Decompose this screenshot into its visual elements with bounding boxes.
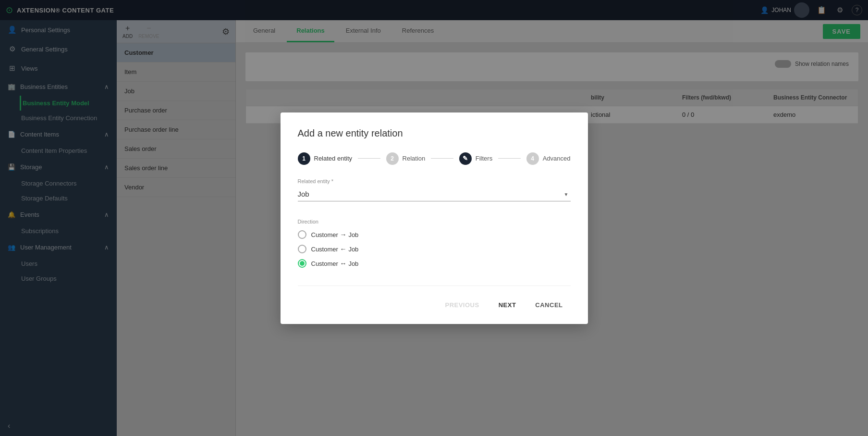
direction-backward-text: Customer ← Job — [311, 245, 359, 253]
step-circle-3: ✎ — [459, 152, 472, 165]
step-related-entity: 1 Related entity — [298, 152, 353, 165]
dialog-stepper: 1 Related entity 2 Relation ✎ Filters — [298, 152, 571, 165]
direction-backward-option[interactable]: Customer ← Job — [298, 245, 571, 253]
step-connector — [498, 158, 521, 159]
step-filters: ✎ Filters — [459, 152, 492, 165]
radio-bidirectional[interactable] — [298, 259, 306, 268]
direction-bidirectional-option[interactable]: Customer ↔ Job — [298, 259, 571, 268]
direction-forward-option[interactable]: Customer → Job — [298, 230, 571, 239]
step-relation: 2 Relation — [386, 152, 426, 165]
forward-arrow-icon: → — [340, 231, 348, 238]
dialog-footer: PREVIOUS NEXT CANCEL — [298, 286, 571, 312]
add-entity-relation-dialog: Add a new entity relation 1 Related enti… — [281, 112, 588, 324]
step-circle-1: 1 — [298, 152, 310, 165]
cancel-button[interactable]: CANCEL — [527, 298, 570, 312]
direction-field: Direction Customer → Job Customer ← Job — [298, 219, 571, 274]
step-label-related-entity: Related entity — [314, 155, 353, 162]
related-entity-select[interactable]: Job Customer Item Purchase order Purchas… — [298, 187, 571, 201]
radio-backward[interactable] — [298, 245, 306, 253]
step-circle-4: 4 — [526, 152, 539, 165]
direction-bidirectional-text: Customer ↔ Job — [311, 260, 359, 267]
next-button[interactable]: NEXT — [491, 298, 524, 312]
step-label-advanced: Advanced — [543, 155, 571, 162]
step-label-relation: Relation — [403, 155, 426, 162]
related-entity-label: Related entity * — [298, 178, 571, 184]
step-label-filters: Filters — [476, 155, 492, 162]
step-circle-2: 2 — [386, 152, 399, 165]
previous-button[interactable]: PREVIOUS — [437, 298, 487, 312]
related-entity-field: Related entity * Job Customer Item Purch… — [298, 178, 571, 201]
direction-forward-text: Customer → Job — [311, 231, 359, 238]
bidirectional-arrow-icon: ↔ — [340, 260, 348, 267]
step-connector — [358, 158, 380, 159]
related-entity-select-wrapper: Job Customer Item Purchase order Purchas… — [298, 187, 571, 201]
radio-inner-dot — [300, 261, 305, 266]
step-connector — [431, 158, 453, 159]
step-advanced: 4 Advanced — [526, 152, 571, 165]
radio-forward[interactable] — [298, 230, 306, 239]
modal-overlay: Add a new entity relation 1 Related enti… — [0, 0, 868, 436]
backward-arrow-icon: ← — [340, 245, 348, 253]
dialog-title: Add a new entity relation — [298, 128, 571, 139]
direction-label: Direction — [298, 219, 571, 224]
